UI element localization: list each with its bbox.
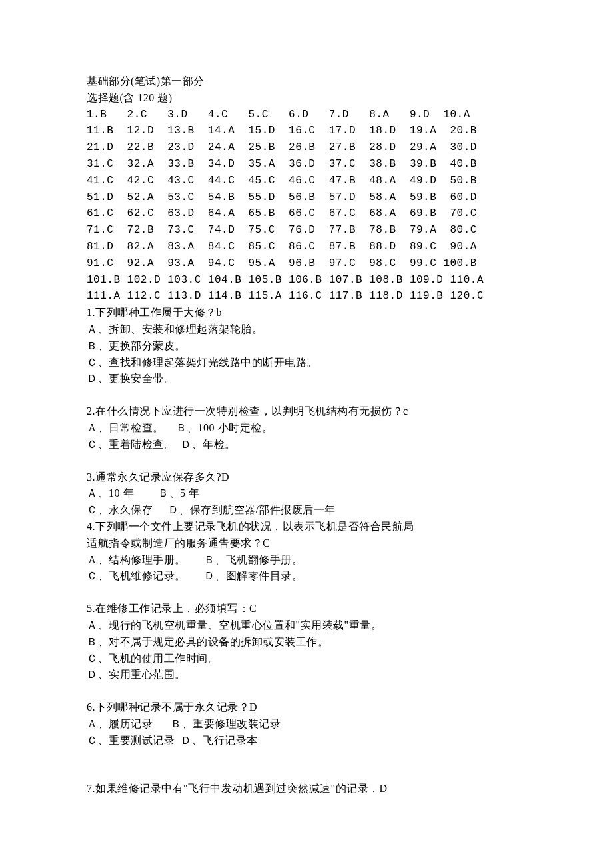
answer-row: 91.C 92.A 93.A 94.C 95.A 96.B 97.C 98.C … bbox=[87, 255, 526, 272]
question-7: 7.如果维修记录中有"飞行中发动机遇到过突然减速"的记录，D bbox=[87, 781, 526, 797]
question-stem: 2.在什么情况下应进行一次特别检查，以判明飞机结构有无损伤？c bbox=[87, 403, 526, 420]
option-a: Ａ、现行的飞机空机重量、空机重心位置和"实用装载"重量。 bbox=[87, 617, 526, 634]
question-2: 2.在什么情况下应进行一次特别检查，以判明飞机结构有无损伤？c Ａ、日常检查。 … bbox=[87, 403, 526, 453]
question-stem: 3.通常永久记录应保存多久?D bbox=[87, 469, 526, 486]
document-page: 基础部分(笔试)第一部分 选择题(含 120 题) 1.B 2.C 3.D 4.… bbox=[0, 0, 613, 868]
answer-row: 51.D 52.A 53.C 54.B 55.D 56.B 57.D 58.A … bbox=[87, 189, 526, 206]
answer-row: 1.B 2.C 3.D 4.C 5.C 6.D 7.D 8.A 9.D 10.A bbox=[87, 107, 526, 123]
question-4: 4.下列哪一个文件上要记录飞机的状况，以表示飞机是否符合民航局 适航指令或制造厂… bbox=[87, 519, 526, 585]
option-row: Ａ、日常检查。 Ｂ、100 小时定检。 bbox=[87, 420, 526, 437]
answer-row: 31.C 32.A 33.B 34.D 35.A 36.D 37.C 38.B … bbox=[87, 156, 526, 173]
blank-line bbox=[87, 765, 526, 781]
question-6: 6.下列哪种记录不属于永久记录？D Ａ、履历记录 Ｂ、重要修理改装记录 Ｃ、重要… bbox=[87, 699, 526, 749]
answer-row: 71.C 72.B 73.C 74.D 75.C 76.D 77.B 78.B … bbox=[87, 222, 526, 239]
answer-row: 11.B 12.D 13.B 14.A 15.D 16.C 17.D 18.D … bbox=[87, 123, 526, 139]
answer-key-grid: 1.B 2.C 3.D 4.C 5.C 6.D 7.D 8.A 9.D 10.A… bbox=[87, 107, 526, 305]
option-b: Ｂ、更换部分蒙皮。 bbox=[87, 338, 526, 355]
blank-line bbox=[87, 683, 526, 699]
option-row: Ａ、结构修理手册。 Ｂ、飞机翻修手册。 bbox=[87, 552, 526, 569]
blank-line bbox=[87, 453, 526, 469]
question-stem: 6.下列哪种记录不属于永久记录？D bbox=[87, 699, 526, 716]
option-row: Ａ、10 年 Ｂ、5 年 bbox=[87, 485, 526, 502]
question-stem: 4.下列哪一个文件上要记录飞机的状况，以表示飞机是否符合民航局 bbox=[87, 519, 526, 535]
heading-part2: 选择题(含 120 题) bbox=[87, 90, 526, 107]
answer-row: 101.B 102.D 103.C 104.B 105.B 106.B 107.… bbox=[87, 272, 526, 289]
option-row: Ｃ、重着陆检查。 Ｄ、年检。 bbox=[87, 437, 526, 453]
answer-row: 61.C 62.C 63.D 64.A 65.B 66.C 67.C 68.A … bbox=[87, 205, 526, 222]
option-row: Ｃ、永久保存 Ｄ、保存到航空器/部件报废后一年 bbox=[87, 502, 526, 519]
option-row: Ａ、履历记录 Ｂ、重要修理改装记录 bbox=[87, 716, 526, 733]
question-stem: 7.如果维修记录中有"飞行中发动机遇到过突然减速"的记录，D bbox=[87, 781, 526, 797]
option-a: Ａ、拆卸、安装和修理起落架轮胎。 bbox=[87, 321, 526, 338]
answer-row: 111.A 112.C 113.D 114.B 115.A 116.C 117.… bbox=[87, 288, 526, 305]
question-stem-cont: 适航指令或制造厂的服务通告要求？C bbox=[87, 535, 526, 552]
option-c: Ｃ、飞机的使用工作时间。 bbox=[87, 651, 526, 667]
answer-row: 81.D 82.A 83.A 84.C 85.C 86.C 87.B 88.D … bbox=[87, 239, 526, 255]
question-5: 5.在维修工作记录上，必须填写：C Ａ、现行的飞机空机重量、空机重心位置和"实用… bbox=[87, 601, 526, 683]
question-stem: 5.在维修工作记录上，必须填写：C bbox=[87, 601, 526, 617]
blank-line bbox=[87, 585, 526, 601]
answer-row: 21.D 22.B 23.D 24.A 25.B 26.B 27.B 28.D … bbox=[87, 139, 526, 156]
option-d: Ｄ、更换安全带。 bbox=[87, 371, 526, 387]
option-row: Ｃ、飞机维修记录。 Ｄ、图解零件目录。 bbox=[87, 568, 526, 585]
question-1: 1.下列哪种工作属于大修？b Ａ、拆卸、安装和修理起落架轮胎。 Ｂ、更换部分蒙皮… bbox=[87, 305, 526, 387]
answer-row: 41.C 42.C 43.C 44.C 45.C 46.C 47.B 48.A … bbox=[87, 173, 526, 189]
heading-part1: 基础部分(笔试)第一部分 bbox=[87, 73, 526, 90]
option-c: Ｃ、查找和修理起落架灯光线路中的断开电路。 bbox=[87, 355, 526, 371]
option-row: Ｃ、重要测试记录 Ｄ、飞行记录本 bbox=[87, 733, 526, 749]
blank-line bbox=[87, 749, 526, 765]
blank-line bbox=[87, 387, 526, 403]
option-b: Ｂ、对不属于规定必具的设备的拆卸或安装工作。 bbox=[87, 634, 526, 651]
option-d: Ｄ、实用重心范围。 bbox=[87, 667, 526, 683]
question-stem: 1.下列哪种工作属于大修？b bbox=[87, 305, 526, 321]
question-3: 3.通常永久记录应保存多久?D Ａ、10 年 Ｂ、5 年 Ｃ、永久保存 Ｄ、保存… bbox=[87, 469, 526, 519]
